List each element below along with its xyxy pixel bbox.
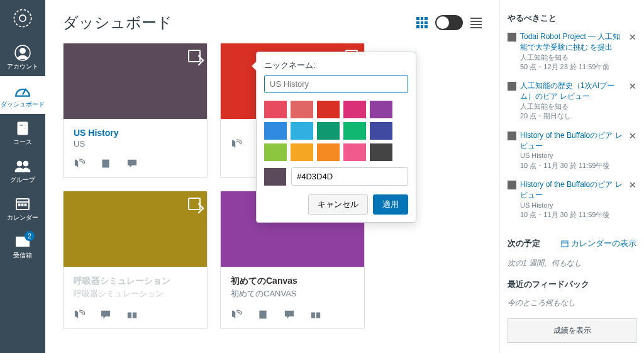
todo-course: 人工知能を知る [520,53,626,62]
svg-rect-13 [18,204,20,206]
svg-point-7 [25,125,26,126]
todo-link[interactable]: Todai Robot Project — 人工知能で大学受験に挑む を提出 [520,32,620,52]
dismiss-icon[interactable]: ✕ [629,179,636,192]
upcoming-empty: 次の1 週間、何もなし [508,258,636,269]
card-options-icon[interactable] [188,198,201,210]
nav-courses[interactable]: コース [0,114,45,152]
color-swatch[interactable] [317,143,340,161]
card-view-icon[interactable] [416,17,428,28]
card-options-popover: ニックネーム: キャンセル 適用 [256,52,416,223]
nav-label: アカウント [7,62,38,71]
calendar-link[interactable]: カレンダーの表示 [561,238,636,249]
color-swatch[interactable] [343,143,366,161]
grades-button[interactable]: 成績を表示 [508,318,636,343]
svg-rect-5 [18,122,28,135]
color-swatch[interactable] [264,122,287,140]
todo-due: 10 点・11月 30 於 11:59午後 [520,210,626,220]
color-swatch[interactable] [291,122,313,140]
upcoming-heading: 次の予定 [508,238,540,249]
course-card[interactable]: 呼吸器シミュレーション呼吸器シミュレーション [63,191,208,329]
svg-point-9 [17,161,22,166]
view-toggles [416,15,482,30]
todo-link[interactable]: 人工知能の歴史（1次AIブーム）のピア レビュー [520,81,614,101]
todo-heading: やるべきこと [508,13,636,24]
feedback-heading: 最近のフィードバック [508,279,636,290]
nav-calendar[interactable]: カレンダー [0,189,45,227]
nav-groups[interactable]: グループ [0,152,45,189]
card-title: 初めてのCanvas [231,276,354,287]
todo-due: 50 点・12月 23 於 11:59午前 [520,62,626,72]
color-swatch[interactable] [317,122,340,140]
nickname-label: ニックネーム: [264,60,408,71]
nav-label: カレンダー [7,213,38,222]
assignment-icon [508,33,516,42]
card-subtitle: US [74,139,197,148]
svg-rect-18 [259,311,266,319]
card-footer [64,303,207,328]
svg-rect-6 [19,125,23,126]
color-swatches [264,101,408,161]
inbox-badge: 2 [25,231,35,241]
nav-dashboard[interactable]: ダッシュボード [0,76,45,114]
assignment-icon [508,132,516,140]
svg-rect-19 [562,241,568,247]
dashboard-icon [13,82,32,99]
card-footer [64,152,207,177]
svg-point-0 [14,9,31,26]
color-swatch[interactable] [370,143,392,161]
course-card[interactable]: US HistoryUS [63,43,208,178]
apply-button[interactable]: 適用 [373,194,408,215]
card-options-icon[interactable] [188,50,201,62]
todo-item: ✕History of the Buffaloのピア レビューUS Histor… [508,179,636,228]
card-header [64,43,207,119]
dismiss-icon[interactable]: ✕ [629,81,636,93]
todo-course: US History [520,201,626,210]
svg-point-10 [23,161,28,166]
assignment-icon [508,82,516,91]
todo-link[interactable]: History of the Buffaloのピア レビュー [520,131,623,150]
calendar-icon [561,240,569,247]
color-swatch[interactable] [291,143,313,161]
view-switch[interactable] [435,15,463,30]
svg-point-3 [20,48,26,53]
card-title: US History [74,128,197,138]
color-swatch[interactable] [343,101,366,118]
nav-label: 受信箱 [13,251,32,260]
feedback-empty: 今のところ何もなし [508,298,636,308]
user-icon [13,45,32,61]
color-swatch[interactable] [264,101,287,118]
dismiss-icon[interactable]: ✕ [629,130,636,143]
logo-icon[interactable] [12,0,33,38]
nav-inbox[interactable]: 2 受信箱 [0,227,45,265]
todo-item: ✕人工知能の歴史（1次AIブーム）のピア レビュー人工知能を知る20 点・期日な… [508,81,636,130]
svg-rect-14 [21,204,23,206]
color-swatch[interactable] [370,101,392,118]
todo-due: 10 点・11月 30 於 11:59午後 [520,161,626,171]
svg-rect-16 [102,160,109,168]
color-swatch[interactable] [264,143,287,161]
card-header [64,191,207,267]
cancel-button[interactable]: キャンセル [308,194,368,215]
calendar-icon [13,196,32,212]
svg-point-1 [19,15,26,21]
color-swatch[interactable] [291,101,313,118]
page-title: ダッシュボード [63,13,172,33]
nickname-input[interactable] [264,75,408,93]
hex-input[interactable] [291,167,408,186]
color-swatch[interactable] [370,122,392,140]
card-subtitle: 呼吸器シミュレーション [74,288,197,300]
inbox-icon: 2 [13,233,32,250]
color-swatch[interactable] [343,122,366,140]
people-icon [13,158,32,174]
todo-link[interactable]: History of the Buffaloのピア レビュー [520,180,623,199]
dismiss-icon[interactable]: ✕ [629,31,636,44]
list-view-icon[interactable] [470,18,482,28]
card-title: 呼吸器シミュレーション [74,276,197,287]
selected-color-swatch [264,168,286,186]
nav-account[interactable]: アカウント [0,38,45,76]
svg-rect-15 [25,204,26,206]
nav-label: グループ [10,176,35,184]
global-nav: アカウント ダッシュボード コース グループ カレンダー 2 受信箱 [0,0,45,353]
color-swatch[interactable] [317,101,340,118]
book-icon [13,120,32,137]
